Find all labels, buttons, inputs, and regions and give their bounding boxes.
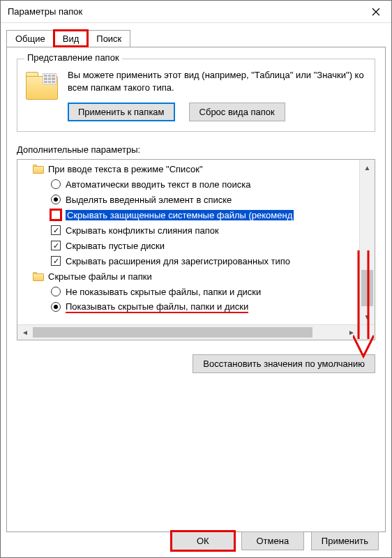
cancel-button[interactable]: Отмена [241,531,304,550]
tab-general[interactable]: Общие [6,30,54,47]
checkbox-icon[interactable] [51,210,61,220]
tree-horizontal-scrollbar[interactable]: ◄ ► [17,324,359,340]
window-title: Параметры папок [8,6,82,17]
tree-item-label: Скрывать расширения для зарегистрированн… [66,256,290,266]
ok-button[interactable]: ОК [172,531,234,550]
apply-button[interactable]: Применить [311,531,379,550]
tree-item-label: Показывать скрытые файлы, папки и диски [66,301,248,313]
checkbox-icon[interactable] [51,225,61,235]
tree-item-9[interactable]: Показывать скрытые файлы, папки и диски [20,299,359,315]
restore-defaults-button[interactable]: Восстановить значения по умолчанию [193,354,375,373]
folder-options-window: Параметры папок Общие Вид Поиск Представ… [0,0,392,558]
vscroll-thumb[interactable] [361,270,373,306]
tree-item-label: Скрывать пустые диски [66,241,165,251]
scroll-up-arrow-icon[interactable]: ▲ [360,160,375,175]
tree-item-5[interactable]: Скрывать пустые диски [20,238,359,253]
scroll-right-arrow-icon[interactable]: ► [344,325,359,340]
tree-vertical-scrollbar[interactable]: ▲ ▼ [359,160,375,324]
tree-item-4[interactable]: Скрывать конфликты слияния папок [20,223,359,238]
folder-views-group: Представление папок Вы можете применить … [17,59,375,132]
radio-icon[interactable] [51,195,61,204]
tree-item-2[interactable]: Выделять введенный элемент в списке [20,192,359,207]
tree-item-6[interactable]: Скрывать расширения для зарегистрированн… [20,253,359,269]
titlebar: Параметры папок [1,1,391,23]
tree-item-label: Скрывать конфликты слияния папок [66,225,219,236]
tabs: Общие Вид Поиск [6,30,386,47]
tab-panel-view: Представление папок Вы можете применить … [6,47,386,532]
tree-item-label: При вводе текста в режиме "Список" [48,164,203,174]
tree-item-label: Автоматически вводить текст в поле поиск… [66,179,250,190]
dialog-buttons: ОК Отмена Применить [1,531,391,550]
advanced-settings-tree: При вводе текста в режиме "Список"Автома… [17,159,375,340]
scroll-left-arrow-icon[interactable]: ◄ [17,325,33,340]
advanced-settings-label: Дополнительные параметры: [17,144,375,155]
scroll-down-arrow-icon[interactable]: ▼ [360,309,375,324]
folder-icon [33,165,44,174]
reset-folders-button[interactable]: Сброс вида папок [189,103,285,121]
tree-item-0[interactable]: При вводе текста в режиме "Список" [20,161,359,176]
tab-search[interactable]: Поиск [87,30,130,47]
tree-item-label: Выделять введенный элемент в списке [66,195,232,205]
hscroll-thumb[interactable] [33,327,312,338]
tab-view[interactable]: Вид [54,30,89,47]
radio-icon[interactable] [51,179,61,189]
folder-views-description: Вы можете применить этот вид (например, … [68,69,366,94]
apply-to-folders-button[interactable]: Применить к папкам [68,103,175,121]
folder-large-icon [26,72,59,100]
tree-item-3[interactable]: Скрывать защищенные системные файлы (рек… [20,207,359,223]
groupbox-legend: Представление папок [24,52,122,63]
tree-item-label: Скрытые файлы и папки [48,271,152,282]
tree-item-1[interactable]: Автоматически вводить текст в поле поиск… [20,176,359,192]
tree-item-8[interactable]: Не показывать скрытые файлы, папки и дис… [20,284,359,299]
close-button[interactable] [361,1,391,23]
folder-icon [33,272,44,281]
radio-icon[interactable] [51,302,61,312]
checkbox-icon[interactable] [51,241,61,250]
tree-item-7[interactable]: Скрытые файлы и папки [20,269,359,284]
checkbox-icon[interactable] [51,256,61,266]
radio-icon[interactable] [51,287,61,296]
tree-item-label: Не показывать скрытые файлы, папки и дис… [66,287,261,297]
tree-item-label: Скрывать защищенные системные файлы (рек… [66,210,294,220]
